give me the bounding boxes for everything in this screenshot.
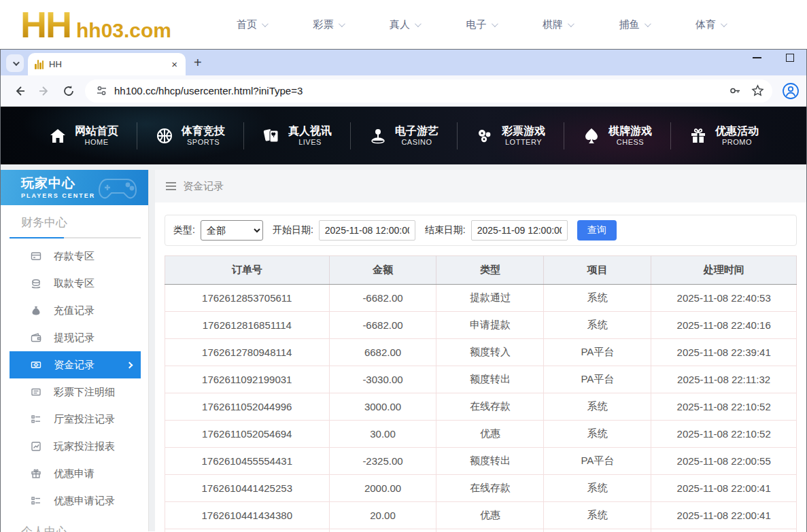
browser-profile-icon[interactable] — [782, 82, 800, 100]
breadcrumb-label: 资金记录 — [183, 180, 224, 193]
sidebar-item-lottery-bet-details[interactable]: 彩票下注明细 — [10, 378, 141, 406]
end-date-input[interactable] — [471, 220, 568, 241]
table-row: 1762611052044996 3000.00 在线存款 系统 2025-11… — [165, 393, 797, 421]
nav-chess[interactable]: 棋牌游戏CHESS — [564, 120, 670, 152]
end-date-label: 结束日期: — [425, 224, 466, 236]
tab-close-icon[interactable]: × — [169, 58, 180, 70]
nav-home[interactable]: 网站首页HOME — [30, 120, 137, 152]
new-tab-button[interactable]: + — [194, 55, 202, 71]
chevron-down-icon — [721, 20, 727, 27]
col-time: 处理时间 — [651, 256, 797, 285]
password-key-icon[interactable] — [729, 84, 742, 97]
minimize-button[interactable] — [753, 57, 761, 58]
sidebar-menu: 存款专区 取款专区 充值记录 提现记录 — [1, 243, 148, 514]
nav-zh-label: 优惠活动 — [715, 124, 759, 138]
site-info-icon[interactable] — [96, 85, 107, 96]
cell-amount: -3030.00 — [329, 366, 436, 393]
cell-project: 系统 — [544, 285, 651, 312]
start-date-input[interactable] — [319, 220, 415, 241]
nav-casino[interactable]: 电子游艺CASINO — [350, 120, 457, 152]
sidebar-item-label: 提现记录 — [54, 332, 95, 344]
browser-tabstrip: HH × + — [1, 50, 806, 75]
browser-toolbar: hh100.cc/hhcp/usercenter.html?iniType=3 — [1, 75, 806, 107]
cell-amount: -6682.00 — [329, 312, 436, 339]
personal-section-title: 个人中心 — [1, 514, 148, 532]
sidebar-item-promo-apply-records[interactable]: 优惠申请记录 — [10, 487, 141, 514]
url-bar[interactable]: hh100.cc/hhcp/usercenter.html?iniType=3 — [85, 79, 772, 103]
cell-order-no: 1762612816851114 — [165, 312, 330, 339]
cell-type: 在线存款 — [436, 393, 544, 421]
chevron-down-icon — [12, 59, 19, 66]
sidebar-item-funds-records[interactable]: 资金记录 — [10, 351, 141, 378]
browser-tab[interactable]: HH × — [28, 53, 186, 75]
top-nav-home[interactable]: 首页 — [237, 18, 267, 31]
sidebar-item-player-bet-report[interactable]: 玩家投注报表 — [10, 433, 141, 460]
top-nav-fishing[interactable]: 捕鱼 — [619, 18, 649, 31]
cell-project: PA平台 — [544, 339, 651, 366]
top-nav-chess[interactable]: 棋牌 — [543, 18, 572, 31]
sidebar: 玩家中心 PLAYERS CENTER 财务中心 存款专区 取款专区 — [1, 170, 149, 531]
cell-project: PA平台 — [544, 366, 651, 393]
promo-gift-icon — [31, 468, 41, 479]
bookmark-star-icon[interactable] — [751, 84, 764, 97]
nav-en-label: CASINO — [401, 138, 432, 147]
nav-en-label: CHESS — [617, 138, 644, 147]
top-nav-lottery[interactable]: 彩票 — [313, 18, 343, 31]
forward-button[interactable] — [33, 80, 55, 102]
cell-time: 2025-11-08 22:10:52 — [651, 421, 797, 448]
nav-promo[interactable]: 优惠活动PROMO — [670, 120, 777, 152]
nav-en-label: HOME — [85, 138, 109, 147]
players-center-header[interactable]: 玩家中心 PLAYERS CENTER — [1, 170, 148, 205]
funds-table: 订单号 金额 类型 项目 处理时间 1762612853705611 -6682… — [165, 255, 797, 532]
nav-en-label: PROMO — [722, 138, 752, 147]
list-icon — [31, 495, 41, 506]
sidebar-item-deposit-zone[interactable]: 存款专区 — [10, 243, 141, 270]
sidebar-item-label: 存款专区 — [54, 250, 95, 263]
back-button[interactable] — [9, 80, 31, 102]
top-nav-electronic[interactable]: 电子 — [466, 18, 496, 31]
gamepad-icon — [97, 174, 141, 205]
cell-amount: 20.00 — [329, 502, 436, 529]
spade-icon — [582, 126, 601, 145]
table-row: 1762612780948114 6682.00 额度转入 PA平台 2025-… — [165, 339, 797, 366]
col-order-no: 订单号 — [165, 256, 330, 285]
type-label: 类型: — [173, 224, 195, 236]
site-logo[interactable]: HH hh03.com — [20, 3, 171, 46]
maximize-button[interactable] — [786, 54, 794, 62]
sidebar-item-withdraw-zone[interactable]: 取款专区 — [10, 270, 141, 297]
chevron-down-icon — [338, 20, 345, 27]
type-select[interactable]: 全部 — [201, 220, 263, 241]
cell-project: 系统 — [544, 421, 651, 448]
search-button[interactable]: 查询 — [577, 220, 617, 241]
chevron-down-icon — [568, 20, 574, 27]
col-type: 类型 — [436, 256, 544, 285]
cell-time: 2025-11-08 22:10:52 — [651, 393, 797, 421]
sidebar-item-withdrawal-records[interactable]: 提现记录 — [10, 324, 141, 351]
sidebar-item-hall-bet-records[interactable]: 厅室投注记录 — [10, 406, 141, 433]
nav-zh-label: 彩票游戏 — [502, 124, 545, 138]
lottery-balls-icon — [475, 126, 494, 145]
sidebar-item-label: 优惠申请 — [54, 467, 95, 480]
reload-button[interactable] — [58, 80, 80, 102]
tab-search-button[interactable] — [6, 54, 24, 72]
moneybag-icon — [31, 305, 41, 316]
sidebar-item-recharge-records[interactable]: 充值记录 — [10, 297, 141, 324]
filter-bar: 类型: 全部 开始日期: 结束日期: 查询 — [165, 215, 797, 246]
url-text[interactable]: hh100.cc/hhcp/usercenter.html?iniType=3 — [114, 85, 719, 96]
nav-zh-label: 真人视讯 — [288, 124, 332, 138]
section-underline — [10, 237, 141, 238]
nav-lottery[interactable]: 彩票游戏LOTTERY — [457, 120, 564, 152]
sidebar-item-promo-apply[interactable]: 优惠申请 — [10, 460, 141, 487]
cell-project: 系统 — [544, 475, 651, 502]
cell-time: 2025-11-08 22:00:41 — [651, 502, 797, 529]
top-nav-live[interactable]: 真人 — [390, 18, 419, 31]
col-amount: 金额 — [329, 256, 436, 285]
home-icon — [48, 126, 67, 145]
game-nav-bar: 网站首页HOME 体育竞技SPORTS 真人视讯LIVES 电子游艺CASINO — [1, 107, 806, 164]
tab-title: HH — [49, 59, 169, 69]
nav-lives[interactable]: 真人视讯LIVES — [243, 120, 350, 152]
table-row: 1762610441434380 20.00 优惠 系统 2025-11-08 … — [165, 502, 797, 529]
nav-sports[interactable]: 体育竞技SPORTS — [137, 120, 243, 152]
top-nav-sports[interactable]: 体育 — [696, 18, 725, 31]
sidebar-item-label: 彩票下注明细 — [54, 386, 115, 399]
